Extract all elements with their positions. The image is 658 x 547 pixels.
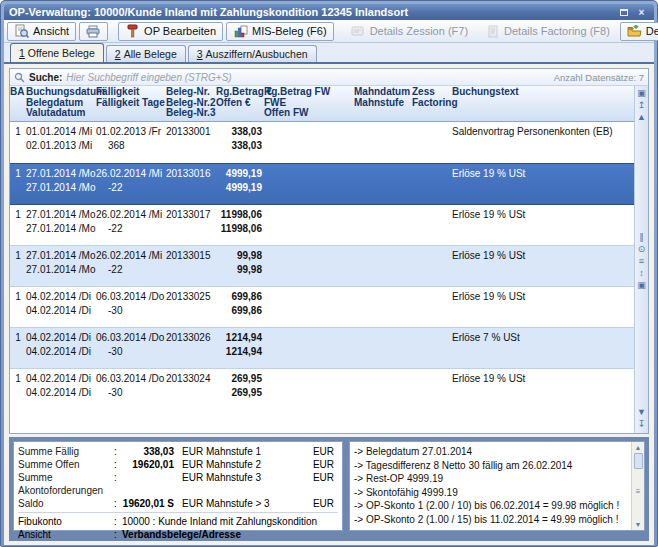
colon: : — [114, 445, 122, 458]
grid-row[interactable]: 101.01.2014 /Mi01.02.2013 /Fr20133001338… — [10, 122, 634, 163]
mahnstufe-cell — [354, 181, 412, 195]
rg-betrag-fw-cell — [264, 331, 354, 345]
ba-cell — [10, 181, 26, 195]
buchungstext2-cell — [452, 181, 634, 195]
details-button[interactable]: Details (F9) — [620, 22, 658, 41]
restore-icon — [620, 9, 628, 16]
export-icon[interactable]: ▣ — [636, 280, 648, 292]
tab-strip: 1 Offene Belege 2 Alle Belege 3 Ausziffe… — [4, 43, 654, 64]
mis-beleg-button[interactable]: MIS-Beleg (F6) — [226, 22, 334, 41]
factoring-cell — [412, 222, 452, 236]
ba-cell — [10, 263, 26, 277]
op-bearbeiten-button[interactable]: OP Bearbeiten — [118, 22, 223, 41]
zoom-icon[interactable]: ⊙ — [636, 244, 648, 256]
printer-icon — [86, 24, 101, 38]
rg-betrag-cell: 4999,19 — [216, 167, 264, 181]
header-ba[interactable]: BA — [10, 87, 26, 119]
header-buchungstext[interactable]: Buchungstext — [452, 87, 634, 119]
summary-unit: EUR — [176, 497, 206, 510]
header-faelligkeit[interactable]: FälligkeitFälligkeit Tage — [96, 87, 166, 119]
grid-row[interactable]: 127.01.2014 /Mo26.02.2014 /Mi2013301599,… — [10, 245, 634, 286]
summary-row: Summe Akontoforderungen:EURMahnstufe 3EU… — [18, 471, 338, 497]
beleg-nr-cell: 20133024 — [166, 372, 216, 386]
ba-cell — [10, 304, 26, 318]
buchungsdatum-cell: 04.02.2014 /Di — [26, 290, 96, 304]
restore-button[interactable] — [616, 6, 631, 18]
close-button[interactable]: × — [634, 6, 649, 18]
search-input[interactable] — [66, 72, 549, 83]
details-factoring-button: Details Factoring (F8) — [478, 22, 617, 41]
factoring-cell — [412, 304, 452, 318]
header-datum[interactable]: BuchungsdatumBelegdatumValutadatum — [26, 87, 96, 119]
scroll-down-icon[interactable]: ▼ — [636, 407, 648, 419]
grid-row[interactable]: 127.01.2014 /Mo26.02.2014 /Mi20133016499… — [10, 163, 634, 204]
faelligkeit-tage-cell: -22 — [96, 263, 166, 277]
record-count: Anzahl Datensätze: 7 — [554, 72, 644, 83]
ba-cell — [10, 345, 26, 359]
grid-header: BA BuchungsdatumBelegdatumValutadatum Fä… — [10, 86, 634, 122]
factoring-icon — [485, 24, 500, 38]
scroll-bottom-icon[interactable]: ↧ — [636, 419, 648, 431]
faelligkeit-cell: 26.02.2014 /Mi — [96, 167, 166, 181]
tab-label: Offene Belege — [28, 47, 95, 59]
rg-betrag-cell: 99,98 — [216, 249, 264, 263]
beleg-nr2-cell — [166, 139, 216, 153]
colon: : — [114, 458, 122, 471]
sort-icon[interactable]: ↕ — [636, 268, 648, 280]
copy-page-icon[interactable]: ▣ — [636, 88, 648, 100]
search-icon — [14, 72, 25, 83]
details-zession-label: Details Zession (F7) — [370, 25, 468, 37]
info-scrollbar[interactable]: ▲ ≡ ▼ — [631, 442, 644, 530]
belegdatum-cell: 04.02.2014 /Di — [26, 345, 96, 359]
grid-row[interactable]: 104.02.2014 /Di06.03.2014 /Do20133024269… — [10, 368, 634, 409]
ba-cell — [10, 139, 26, 153]
grid-row[interactable]: 127.01.2014 /Mo26.02.2014 /Mi20133017119… — [10, 204, 634, 245]
freeze-columns-icon[interactable]: ∥ — [636, 232, 648, 244]
scroll-down-icon[interactable]: ▼ — [633, 519, 644, 530]
header-beleg-nr[interactable]: Beleg-Nr.Beleg-Nr.2Beleg-Nr.3 — [166, 87, 216, 119]
grid-row[interactable]: 104.02.2014 /Di06.03.2014 /Do20133025699… — [10, 286, 634, 327]
tab-ausziffern[interactable]: 3 Ausziffern/Ausbuchen — [188, 45, 317, 62]
grid-row[interactable]: 104.02.2014 /Di06.03.2014 /Do20133026121… — [10, 327, 634, 368]
field-list-icon[interactable]: ≡ — [636, 256, 648, 268]
beleg-nr-cell: 20133015 — [166, 249, 216, 263]
summary-unit: EUR — [176, 458, 206, 471]
print-button[interactable] — [79, 22, 108, 41]
faelligkeit-tage-cell: 368 — [96, 139, 166, 153]
scroll-up-icon[interactable]: ▲ — [636, 112, 648, 124]
open-items-grid-panel: Suche: Anzahl Datensätze: 7 BA Buchungsd… — [9, 68, 649, 434]
header-betrag-fw[interactable]: Rg.Betrag FWFWE Offen FW — [264, 87, 354, 119]
ba-cell: 1 — [10, 290, 26, 304]
belegdatum-cell: 04.02.2014 /Di — [26, 304, 96, 318]
tab-offene-belege[interactable]: 1 Offene Belege — [10, 43, 104, 62]
buchungsdatum-cell: 27.01.2014 /Mo — [26, 208, 96, 222]
mahnstufe-label: Mahnstufe > 3 — [206, 497, 286, 510]
faelligkeit-tage-cell: -22 — [96, 181, 166, 195]
info-line: -> Belegdatum 27.01.2014 — [354, 445, 627, 459]
ansicht-row-value: Verbandsbelege/Adresse — [122, 528, 338, 541]
mis-beleg-label: MIS-Beleg (F6) — [252, 25, 327, 37]
scroll-up-icon[interactable]: ▲ — [633, 442, 644, 453]
view-icon — [14, 24, 29, 38]
folder-icon — [627, 24, 642, 38]
grid-tool-strip: ▣↥▲∥⊙≡↕▣▼↧ — [634, 86, 648, 433]
buchungstext-cell: Erlöse 19 % USt — [452, 372, 634, 386]
scrollbar-thumb[interactable] — [634, 453, 643, 469]
header-mahndatum[interactable]: MahndatumMahnstufe — [354, 87, 412, 119]
buchungstext2-cell — [452, 222, 634, 236]
rg-betrag-cell: 11998,06 — [216, 208, 264, 222]
edit-icon — [125, 24, 140, 38]
tab-alle-belege[interactable]: 2 Alle Belege — [106, 45, 186, 62]
ba-cell: 1 — [10, 167, 26, 181]
header-zess[interactable]: ZessFactoring — [412, 87, 452, 119]
header-betrag[interactable]: Rg.Betrag €Offen € — [216, 87, 264, 119]
mahnstufe-unit: EUR — [310, 445, 334, 458]
beleg-nr2-cell — [166, 181, 216, 195]
belegdatum-cell: 04.02.2014 /Di — [26, 386, 96, 400]
ansicht-button[interactable]: Ansicht — [7, 22, 76, 41]
faelligkeit-cell: 26.02.2014 /Mi — [96, 249, 166, 263]
buchungsdatum-cell: 04.02.2014 /Di — [26, 372, 96, 386]
summary-row: Summe Fällig:338,03EURMahnstufe 1EUR — [18, 445, 338, 458]
summary-panel: Summe Fällig:338,03EURMahnstufe 1EURSumm… — [13, 441, 343, 531]
scroll-top-icon[interactable]: ↥ — [636, 100, 648, 112]
